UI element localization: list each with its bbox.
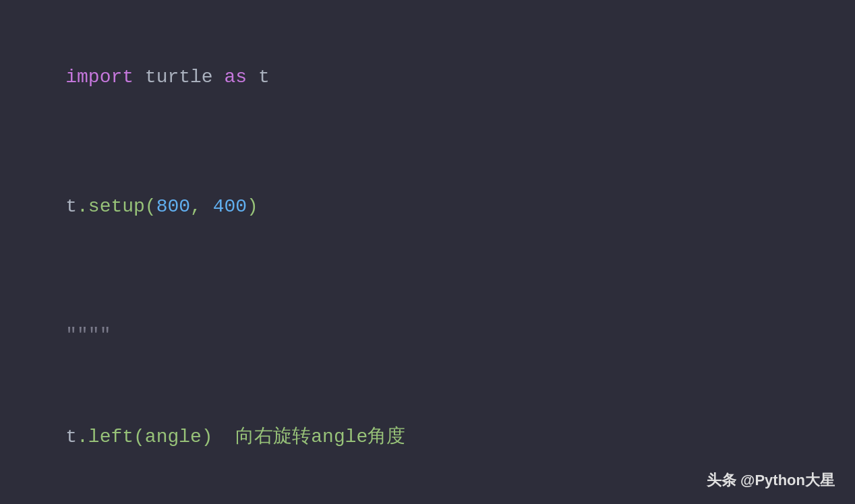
code-line-1: import turtle as t	[20, 27, 835, 129]
code-line-3: """"	[20, 284, 835, 386]
keyword-as: as	[224, 67, 247, 88]
code-line-2: t.setup(800, 400)	[20, 156, 835, 257]
keyword-import: import	[65, 67, 134, 88]
blank-line	[20, 129, 835, 156]
code-line-5: t.right(angle) 向左旋转angle角度	[20, 489, 835, 504]
blank-line	[20, 257, 835, 284]
code-editor: import turtle as t t.setup(800, 400) """…	[0, 0, 855, 504]
watermark: 头条 @Python大星	[707, 470, 835, 491]
